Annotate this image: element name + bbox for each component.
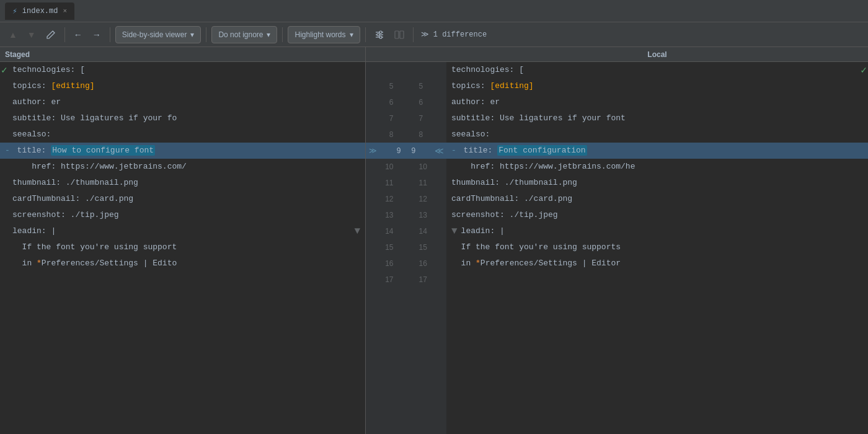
local-checkmark: ✓ xyxy=(861,64,867,76)
tab-index-md[interactable]: ⚡ index.md × xyxy=(5,2,74,20)
staged-line-9: - title: How to configure font xyxy=(0,143,365,159)
staged-line-10-content: href: https://www.jetbrains.com/ xyxy=(0,159,365,175)
local-line-16: in *Preferences/Settings | Editor xyxy=(446,255,868,272)
staged-code-area[interactable]: ✓ technologies: [ topics: [editing] auth… xyxy=(0,62,365,434)
separator-6 xyxy=(413,27,414,42)
staged-line-6: author: er xyxy=(0,94,365,110)
local-line-5: topics: [editing] xyxy=(446,78,868,94)
staged-line-15: If the font you're using support xyxy=(0,239,365,255)
gutter-line-5: 5 5 xyxy=(366,78,446,94)
svg-point-4 xyxy=(377,33,379,36)
scroll-down-button[interactable]: ▼ xyxy=(24,27,40,42)
staged-line-13: screenshot: ./tip.jpeg xyxy=(0,207,365,223)
separator-5 xyxy=(365,27,366,42)
staged-line-7: subtitle: Use ligatures if your fo xyxy=(0,110,365,126)
gutter-line-9[interactable]: ≫ 9 9 ≪ xyxy=(366,143,446,159)
staged-panel: Staged ✓ technologies: [ topics: [editin… xyxy=(0,47,366,434)
staged-line-5: topics: [editing] xyxy=(0,78,365,94)
local-line-6-content: author: er xyxy=(446,94,868,110)
local-line-11-content: thumbnail: ./thumbnail.png xyxy=(446,175,868,191)
gutter-line-4 xyxy=(366,62,446,78)
tab-close-button[interactable]: × xyxy=(63,7,67,15)
local-line-10-content: href: https://www.jetbrains.com/he xyxy=(446,159,868,175)
local-line-10: href: https://www.jetbrains.com/he xyxy=(446,159,868,175)
tab-file-icon: ⚡ xyxy=(12,6,17,16)
gutter-line-14: 14 14 xyxy=(366,223,446,239)
local-line-14: ▼leadin: | xyxy=(446,223,868,239)
local-line-8-content: seealso: xyxy=(446,126,868,143)
local-panel: Local technologies: [ ✓ topics: [editing… xyxy=(446,47,868,434)
toolbar: ▲ ▼ ← → Side-by-side viewer ▾ Do not ign… xyxy=(0,22,868,47)
local-line-9: - title: Font configuration xyxy=(446,143,868,159)
staged-line-11: thumbnail: ./thumbnail.png xyxy=(0,175,365,191)
ignore-dropdown-arrow: ▾ xyxy=(267,30,270,39)
local-line-6: author: er xyxy=(446,94,868,110)
local-line-15: If the font you're using supports xyxy=(446,239,868,255)
staged-line-15-content: If the font you're using support xyxy=(0,239,365,255)
local-line-13: screenshot: ./tip.jpeg xyxy=(446,207,868,223)
staged-line-7-content: subtitle: Use ligatures if your fo xyxy=(0,110,365,126)
viewer-dropdown-arrow: ▾ xyxy=(190,30,194,39)
staged-line-17 xyxy=(0,272,365,288)
columns-button[interactable] xyxy=(391,27,408,42)
tab-label: index.md xyxy=(22,7,58,16)
local-header: Local xyxy=(446,47,868,62)
local-line-4: technologies: [ ✓ xyxy=(446,62,868,78)
highlight-dropdown-arrow: ▾ xyxy=(350,30,353,39)
viewer-dropdown-label: Side-by-side viewer xyxy=(122,30,187,39)
svg-point-3 xyxy=(379,31,382,33)
gutter-line-6: 6 6 xyxy=(366,94,446,110)
local-line-4-content: technologies: [ xyxy=(446,62,868,78)
svg-rect-7 xyxy=(400,31,404,38)
staged-checkmark: ✓ xyxy=(1,64,7,76)
highlight-dropdown[interactable]: Highlight words ▾ xyxy=(288,26,360,43)
local-line-7-content: subtitle: Use ligatures if your font xyxy=(446,110,868,126)
local-line-17 xyxy=(446,272,868,288)
back-button[interactable]: ← xyxy=(70,27,86,42)
gutter-line-15: 15 15 xyxy=(366,239,446,255)
separator-1 xyxy=(64,27,65,42)
scroll-up-button[interactable]: ▲ xyxy=(5,27,21,42)
difference-count: ≫ 1 difference xyxy=(421,30,487,39)
tab-bar: ⚡ index.md × xyxy=(0,0,868,22)
staged-line-4-content: technologies: [ xyxy=(0,62,365,78)
gutter-line-11: 11 11 xyxy=(366,175,446,191)
staged-line-5-content: topics: [editing] xyxy=(0,78,365,94)
edit-button[interactable] xyxy=(42,27,60,42)
staged-line-9-content: - title: How to configure font xyxy=(0,143,365,159)
local-line-9-content: - title: Font configuration xyxy=(446,143,868,159)
local-code-area[interactable]: technologies: [ ✓ topics: [editing] auth… xyxy=(446,62,868,434)
local-line-5-content: topics: [editing] xyxy=(446,78,868,94)
gutter-line-17: 17 17 xyxy=(366,272,446,288)
gutter-line-16: 16 16 xyxy=(366,255,446,272)
local-line-8: seealso: xyxy=(446,126,868,143)
staged-line-12: cardThumbnail: ./card.png xyxy=(0,191,365,207)
staged-line-14-content: leadin: |▼ xyxy=(0,223,365,239)
gutter-header xyxy=(366,47,446,62)
staged-line-4: ✓ technologies: [ xyxy=(0,62,365,78)
ignore-dropdown[interactable]: Do not ignore ▾ xyxy=(211,26,277,43)
staged-line-16-content: in *Preferences/Settings | Edito xyxy=(0,255,365,272)
gutter-line-10: 10 10 xyxy=(366,159,446,175)
staged-line-8: seealso: xyxy=(0,126,365,143)
svg-rect-6 xyxy=(395,31,399,38)
forward-button[interactable]: → xyxy=(89,27,105,42)
local-line-12-content: cardThumbnail: ./card.png xyxy=(446,191,868,207)
staged-line-14: leadin: |▼ xyxy=(0,223,365,239)
separator-3 xyxy=(206,27,206,42)
local-line-13-content: screenshot: ./tip.jpeg xyxy=(446,207,868,223)
svg-point-5 xyxy=(379,36,382,38)
local-line-15-content: If the font you're using supports xyxy=(446,239,868,255)
gutter-line-7: 7 7 xyxy=(366,110,446,126)
staged-line-13-content: screenshot: ./tip.jpeg xyxy=(0,207,365,223)
local-line-7: subtitle: Use ligatures if your font xyxy=(446,110,868,126)
settings-button[interactable] xyxy=(371,27,388,42)
local-line-14-content: ▼leadin: | xyxy=(446,223,868,239)
ignore-dropdown-label: Do not ignore xyxy=(218,30,263,39)
highlight-dropdown-label: Highlight words xyxy=(294,30,345,39)
gutter-line-12: 12 12 xyxy=(366,191,446,207)
local-line-11: thumbnail: ./thumbnail.png xyxy=(446,175,868,191)
viewer-dropdown[interactable]: Side-by-side viewer ▾ xyxy=(115,26,202,43)
staged-line-8-content: seealso: xyxy=(0,126,365,143)
center-gutter: 5 5 6 6 7 7 8 8 ≫ xyxy=(366,47,446,434)
